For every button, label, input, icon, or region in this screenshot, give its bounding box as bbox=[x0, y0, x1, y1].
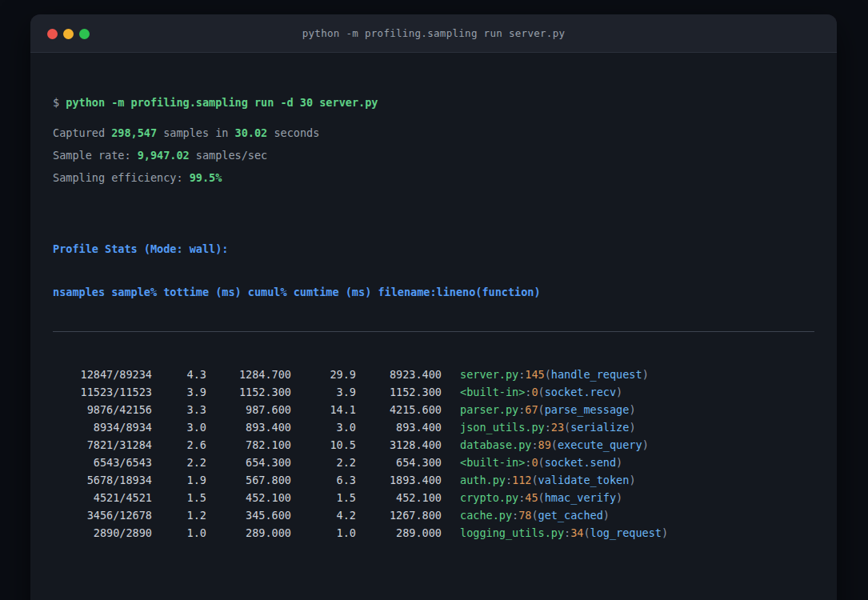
token-file: cache.py bbox=[460, 509, 512, 522]
table-row: 9876/421563.3987.60014.14215.600parser.p… bbox=[53, 401, 814, 418]
terminal-line: Sampling efficiency: 99.5% bbox=[53, 166, 814, 189]
minimize-button[interactable] bbox=[63, 29, 74, 39]
token-punct: ( bbox=[545, 368, 551, 381]
table-row: 6543/65432.2654.3002.2654.300<built-in>:… bbox=[53, 454, 814, 471]
token-punct: ( bbox=[531, 474, 538, 486]
intro-block: $ python -m profiling.sampling run -d 30… bbox=[53, 91, 814, 189]
token-col-cumul: 3.0 bbox=[291, 418, 356, 436]
token-label: Sampling efficiency: bbox=[53, 171, 190, 184]
token-file: database.py bbox=[460, 438, 531, 451]
token-col-cumtime: 452.100 bbox=[356, 489, 442, 506]
token-punct: ( bbox=[538, 403, 545, 416]
terminal-line: $ python -m profiling.sampling run -d 30… bbox=[53, 91, 814, 114]
token-func: hmac_verify bbox=[545, 491, 616, 504]
token-col-cumul: 14.1 bbox=[291, 401, 356, 418]
token-lineno: 145 bbox=[525, 368, 544, 381]
profile-table: 12847/892344.31284.70029.98923.400server… bbox=[53, 366, 814, 542]
token-lineno: 89 bbox=[538, 438, 551, 451]
token-punct: : bbox=[545, 421, 551, 434]
token-file: <built-in> bbox=[460, 456, 525, 469]
token-punct: ) bbox=[629, 403, 635, 416]
token-col-cumul: 6.3 bbox=[291, 471, 356, 489]
token-lineno: 112 bbox=[512, 474, 531, 486]
token-col-cumul: 10.5 bbox=[291, 436, 356, 454]
token-value: 99.5% bbox=[190, 171, 222, 184]
token-file: crypto.py bbox=[460, 491, 518, 504]
token-col-cumtime: 3128.400 bbox=[356, 436, 442, 454]
token-label: Sample rate: bbox=[53, 149, 138, 162]
token-label: Captured bbox=[53, 126, 111, 139]
token-col-tottime: 1152.300 bbox=[206, 383, 291, 401]
token-lineno: 45 bbox=[525, 491, 538, 504]
token-func: handle_request bbox=[551, 368, 642, 381]
maximize-button[interactable] bbox=[79, 29, 90, 39]
table-row: 7821/312842.6782.10010.53128.400database… bbox=[53, 436, 814, 454]
token-col-tottime: 782.100 bbox=[206, 436, 291, 454]
token-col-tottime: 1284.700 bbox=[206, 366, 291, 383]
token-punct: : bbox=[531, 438, 538, 451]
token-col-nsamples: 8934/8934 bbox=[53, 418, 152, 436]
token-punct: ) bbox=[642, 438, 649, 451]
token-col-tottime: 987.600 bbox=[206, 401, 291, 418]
table-row: 5678/189341.9567.8006.31893.400auth.py:1… bbox=[53, 471, 814, 489]
token-col-nsamples: 5678/18934 bbox=[53, 471, 152, 489]
token-punct: : bbox=[506, 474, 512, 486]
token-col-sample: 2.2 bbox=[152, 454, 206, 471]
window-titlebar: python -m profiling.sampling run server.… bbox=[30, 14, 837, 53]
token-punct: ) bbox=[629, 421, 635, 434]
token-func: validate_token bbox=[538, 474, 630, 486]
token-col-cumtime: 893.400 bbox=[356, 418, 442, 436]
token-punct: ( bbox=[551, 438, 558, 451]
token-col-sample: 4.3 bbox=[152, 366, 206, 383]
token-col-cumtime: 289.000 bbox=[356, 524, 442, 542]
token-col-sample: 1.9 bbox=[152, 471, 206, 489]
token-col-nsamples: 9876/42156 bbox=[53, 401, 152, 418]
token-col-tottime: 289.000 bbox=[206, 524, 291, 542]
token-lineno: 34 bbox=[570, 526, 583, 539]
token-col-nsamples: 12847/89234 bbox=[53, 366, 152, 383]
token-col-cumtime: 1267.800 bbox=[356, 506, 442, 524]
token-prompt: $ bbox=[53, 96, 66, 109]
token-punct: ( bbox=[583, 526, 590, 539]
token-col-sample: 1.0 bbox=[152, 524, 206, 542]
token-func: get_cached bbox=[538, 509, 603, 522]
token-col-cumtime: 4215.600 bbox=[356, 401, 442, 418]
close-button[interactable] bbox=[47, 29, 58, 39]
token-value: 298,547 bbox=[111, 126, 157, 139]
token-label: seconds bbox=[267, 126, 319, 139]
token-punct: : bbox=[512, 509, 518, 522]
token-lineno: 0 bbox=[531, 456, 538, 469]
token-col-sample: 1.5 bbox=[152, 489, 206, 506]
terminal-content: $ python -m profiling.sampling run -d 30… bbox=[30, 53, 837, 600]
token-punct: ( bbox=[538, 386, 545, 398]
token-col-sample: 1.2 bbox=[152, 506, 206, 524]
token-lineno: 67 bbox=[525, 403, 538, 416]
token-label: samples in bbox=[157, 126, 235, 139]
terminal-line: Captured 298,547 samples in 30.02 second… bbox=[53, 122, 814, 144]
token-punct: ) bbox=[629, 474, 635, 486]
token-file: <built-in> bbox=[460, 386, 525, 398]
token-file: json_utils.py bbox=[460, 421, 545, 434]
table-row: 8934/89343.0893.4003.0893.400json_utils.… bbox=[53, 418, 814, 436]
terminal-window: python -m profiling.sampling run server.… bbox=[30, 14, 837, 600]
token-func: socket.recv bbox=[545, 386, 616, 398]
token-col-sample: 3.3 bbox=[152, 401, 206, 418]
token-col-nsamples: 7821/31284 bbox=[53, 436, 152, 454]
token-col-sample: 3.0 bbox=[152, 418, 206, 436]
token-col-sample: 3.9 bbox=[152, 383, 206, 401]
table-row: 12847/892344.31284.70029.98923.400server… bbox=[53, 366, 814, 383]
token-punct: ) bbox=[662, 526, 668, 539]
token-punct: ) bbox=[616, 456, 622, 469]
table-row: 11523/115233.91152.3003.91152.300<built-… bbox=[53, 383, 814, 401]
table-row: 3456/126781.2345.6004.21267.800cache.py:… bbox=[53, 506, 814, 524]
profile-stats-title: Profile Stats (Mode: wall): bbox=[53, 240, 814, 258]
token-cmd: python -m profiling.sampling run -d 30 s… bbox=[66, 96, 378, 109]
token-col-cumtime: 1893.400 bbox=[356, 471, 442, 489]
token-func: execute_query bbox=[558, 438, 642, 451]
token-col-cumtime: 654.300 bbox=[356, 454, 442, 471]
token-col-tottime: 654.300 bbox=[206, 454, 291, 471]
token-col-tottime: 893.400 bbox=[206, 418, 291, 436]
terminal-line: Sample rate: 9,947.02 samples/sec bbox=[53, 144, 814, 166]
token-col-tottime: 567.800 bbox=[206, 471, 291, 489]
token-punct: ( bbox=[538, 491, 545, 504]
